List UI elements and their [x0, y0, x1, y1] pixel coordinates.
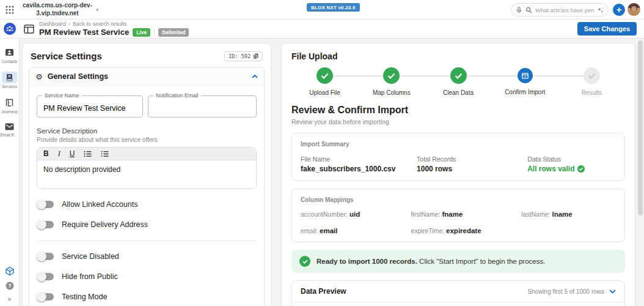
app-window: cavila.cms.us-corp-dev- 3.vip.tndev.net … — [0, 0, 644, 306]
underline-button[interactable]: U — [70, 150, 75, 157]
ready-text: Ready to import 1000 records. Click "Sta… — [317, 258, 545, 265]
sidebar-item-journeys[interactable]: Journeys — [0, 97, 20, 114]
description-editor: B I U No description provided — [37, 147, 257, 189]
mapping-last-name: lastName:lname — [521, 211, 616, 218]
services-icon — [2, 72, 17, 83]
service-name-field: Service Name — [37, 95, 143, 118]
search-bar[interactable] — [511, 3, 609, 17]
service-settings-title: Service Settings — [31, 51, 102, 61]
mapping-email: email:email — [301, 227, 411, 234]
vertical-scrollbar[interactable] — [638, 40, 643, 215]
search-input[interactable] — [535, 7, 594, 13]
description-content[interactable]: No description provided — [37, 160, 256, 188]
top-bar: cavila.cms.us-corp-dev- 3.vip.tndev.net … — [0, 0, 644, 20]
chevron-down-icon: ▾ — [96, 7, 99, 13]
sidebar-item-email[interactable]: Email Re... — [0, 122, 20, 137]
toggle-require-delivery-address[interactable]: Require Delivery Address — [38, 220, 255, 229]
site-selector[interactable]: cavila.cms.us-corp-dev- 3.vip.tndev.net … — [20, 2, 99, 17]
general-settings-accordion: ⚙ General Settings Service Name Notifica… — [29, 67, 265, 306]
service-page-icon — [24, 24, 34, 34]
description-helper: Provide details about what this service … — [37, 136, 257, 143]
showing-rows-text: Showing first 5 of 1000 rows — [527, 288, 604, 295]
step-clean-data: Clean Data — [425, 67, 491, 96]
sandbox-cube-icon[interactable] — [5, 266, 15, 276]
editor-toolbar: B I U — [37, 147, 256, 160]
svg-text:?: ? — [8, 283, 12, 289]
bullet-list-button[interactable] — [84, 151, 92, 157]
toggle-switch[interactable] — [38, 221, 54, 228]
copy-icon — [253, 53, 258, 59]
toggle-service-disabled[interactable]: Service Disabled — [38, 252, 255, 261]
breadcrumb: Dashboard › Back to search results PM Re… — [39, 21, 189, 37]
service-id-chip[interactable]: ID: 592 — [224, 51, 263, 61]
contacts-icon — [2, 47, 17, 58]
toggle-switch[interactable] — [38, 273, 54, 280]
review-title: Review & Confirm Import — [291, 105, 625, 116]
check-icon — [317, 67, 333, 84]
confirm-import-step-icon — [518, 68, 533, 83]
description-label: Service Description — [37, 127, 257, 135]
upload-stepper: Upload File Map Columns Clean Data Confi… — [291, 67, 625, 96]
service-name-input[interactable] — [37, 96, 142, 117]
numbered-list-button[interactable] — [101, 151, 109, 157]
toggle-allow-linked-accounts[interactable]: Allow Linked Accounts — [38, 200, 255, 209]
breadcrumb-dashboard[interactable]: Dashboard — [39, 21, 66, 27]
toggle-hide-from-public[interactable]: Hide from Public — [38, 272, 255, 281]
toggle-switch[interactable] — [38, 293, 54, 300]
add-new-button[interactable]: + — [613, 4, 625, 16]
chevron-up-icon — [252, 75, 258, 78]
general-settings-header[interactable]: ⚙ General Settings — [29, 68, 264, 86]
summary-file-name: File Name fake_subscribers_1000.csv — [301, 155, 417, 173]
help-icon[interactable]: ? — [5, 282, 14, 290]
mapping-account-number: accountNumber:uid — [301, 211, 411, 218]
toggle-testing-mode[interactable]: Testing Mode — [38, 293, 255, 301]
collapse-preview-icon[interactable] — [609, 289, 616, 294]
notification-email-field: Notification Email — [148, 95, 257, 118]
version-badge: BLOX NXT v0.23.0 — [307, 3, 360, 12]
check-icon — [584, 67, 600, 84]
delimited-badge: Delimited — [158, 28, 189, 37]
mapping-first-name: firstName:fname — [411, 211, 522, 218]
italic-button[interactable]: I — [58, 150, 60, 157]
file-upload-panel: File Upload Upload File Map Columns Clea… — [281, 43, 635, 306]
site-name: cavila.cms.us-corp-dev- 3.vip.tndev.net — [20, 2, 95, 17]
summary-data-status: Data Status All rows valid — [527, 155, 616, 173]
email-icon — [2, 122, 17, 132]
column-mappings-card: Column Mappings accountNumber:uid firstN… — [291, 188, 625, 242]
check-icon — [299, 256, 310, 267]
journeys-icon — [2, 97, 17, 108]
divider — [37, 241, 257, 241]
divider — [154, 29, 155, 36]
save-changes-button[interactable]: Save Changes — [577, 22, 637, 35]
breadcrumb-back-link[interactable]: Back to search results — [73, 21, 127, 27]
step-confirm-import: Confirm Import — [492, 67, 558, 96]
notification-email-input[interactable] — [148, 96, 256, 117]
rail-bottom-tools: ? » — [5, 266, 15, 306]
user-avatar[interactable] — [628, 3, 640, 16]
search-icon — [525, 7, 532, 13]
expand-rail-icon[interactable]: » — [8, 296, 12, 302]
check-icon — [383, 67, 400, 84]
data-preview-card: Data Preview Showing first 5 of 1000 row… — [291, 280, 625, 306]
org-logo[interactable] — [0, 23, 20, 35]
gear-icon: ⚙ — [35, 73, 43, 81]
apps-grid-icon[interactable] — [5, 6, 14, 14]
toggle-switch[interactable] — [38, 253, 54, 260]
summary-total-records: Total Records 1000 rows — [417, 155, 527, 173]
microphone-icon[interactable] — [516, 7, 522, 13]
table-header-row: uid fname lname email rate term servicen… — [292, 302, 624, 306]
breadcrumb-separator: › — [68, 21, 70, 27]
sidebar-item-contacts[interactable]: Contacts — [0, 47, 20, 64]
toggle-switch[interactable] — [38, 201, 54, 208]
page-header: Dashboard › Back to search results PM Re… — [0, 20, 644, 39]
step-results: Results — [558, 67, 625, 96]
bold-button[interactable]: B — [43, 150, 49, 157]
review-subtitle: Review your data before importing — [291, 118, 625, 125]
step-upload-file: Upload File — [291, 67, 358, 96]
live-status-badge: Live — [133, 28, 150, 37]
preview-table: uid fname lname email rate term servicen… — [292, 302, 624, 306]
ready-banner: Ready to import 1000 records. Click "Sta… — [291, 250, 625, 273]
service-settings-panel: Service Settings ID: 592 ⚙ General Setti… — [22, 43, 271, 306]
sidebar-item-services[interactable]: Services — [0, 72, 20, 89]
ai-sparkle-icon[interactable] — [597, 7, 604, 13]
